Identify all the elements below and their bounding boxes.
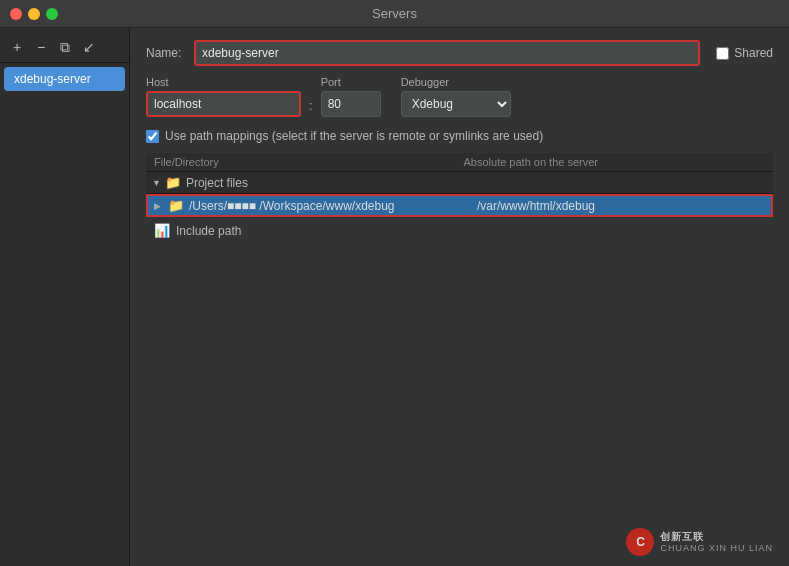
port-section: Port xyxy=(321,76,381,117)
close-button[interactable] xyxy=(10,8,22,20)
maximize-button[interactable] xyxy=(46,8,58,20)
table-row[interactable]: ▶ 📁 /Users/■■■■ /Workspace/www/xdebug /v… xyxy=(146,194,773,217)
shared-checkbox[interactable] xyxy=(716,47,729,60)
sidebar-item-xdebug-server[interactable]: xdebug-server xyxy=(4,67,125,91)
name-input[interactable] xyxy=(194,40,700,66)
shared-label: Shared xyxy=(734,46,773,60)
titlebar: Servers xyxy=(0,0,789,28)
watermark-text: 创新互联 CHUANG XIN HU LIAN xyxy=(660,530,773,555)
content-area: Name: Shared Host : Port Debugger Xdebug xyxy=(130,28,789,566)
path-mapping-checkbox[interactable] xyxy=(146,130,159,143)
window-title: Servers xyxy=(372,6,417,21)
minimize-button[interactable] xyxy=(28,8,40,20)
watermark-logo: C xyxy=(626,528,654,556)
row-expand-icon: ▶ xyxy=(154,201,164,211)
name-row: Name: Shared xyxy=(146,40,773,66)
include-path-row[interactable]: 📊 Include path xyxy=(146,217,773,244)
sidebar-item-label: xdebug-server xyxy=(14,72,91,86)
watermark-logo-text: C xyxy=(636,535,645,549)
include-icon: 📊 xyxy=(154,223,170,238)
path-mapping-row: Use path mappings (select if the server … xyxy=(146,129,773,143)
sidebar-toolbar: + − ⧉ ↙ xyxy=(0,32,129,63)
host-input[interactable] xyxy=(146,91,301,117)
main-layout: + − ⧉ ↙ xdebug-server Name: Shared Host … xyxy=(0,28,789,566)
host-port-debugger-row: Host : Port Debugger Xdebug Zend Debugge… xyxy=(146,76,773,117)
watermark-line1: 创新互联 xyxy=(660,530,773,543)
section-title: Project files xyxy=(186,176,248,190)
move-server-button[interactable]: ↙ xyxy=(78,36,100,58)
window-controls xyxy=(10,8,58,20)
name-label: Name: xyxy=(146,46,186,60)
sidebar: + − ⧉ ↙ xdebug-server xyxy=(0,28,130,566)
include-path-label: Include path xyxy=(176,224,241,238)
remove-server-button[interactable]: − xyxy=(30,36,52,58)
port-label: Port xyxy=(321,76,381,88)
debugger-label: Debugger xyxy=(401,76,511,88)
host-label: Host xyxy=(146,76,301,88)
colon-separator: : xyxy=(309,98,313,113)
col-abs-header: Absolute path on the server xyxy=(456,156,766,168)
port-input[interactable] xyxy=(321,91,381,117)
shared-row: Shared xyxy=(716,46,773,60)
folder-icon: 📁 xyxy=(165,175,181,190)
watermark: C 创新互联 CHUANG XIN HU LIAN xyxy=(626,528,773,556)
debugger-section: Debugger Xdebug Zend Debugger None xyxy=(401,76,511,117)
col-file-header: File/Directory xyxy=(154,156,456,168)
path-mapping-label: Use path mappings (select if the server … xyxy=(165,129,543,143)
row-folder-icon: 📁 xyxy=(168,198,184,213)
debugger-select[interactable]: Xdebug Zend Debugger None xyxy=(401,91,511,117)
row-abs-path: /var/www/html/xdebug xyxy=(477,199,765,213)
copy-server-button[interactable]: ⧉ xyxy=(54,36,76,58)
table-body: ▶ 📁 /Users/■■■■ /Workspace/www/xdebug /v… xyxy=(146,194,773,554)
project-files-header[interactable]: ▼ 📁 Project files xyxy=(146,172,773,194)
add-server-button[interactable]: + xyxy=(6,36,28,58)
host-section: Host xyxy=(146,76,301,117)
column-headers: File/Directory Absolute path on the serv… xyxy=(146,153,773,172)
table-section: File/Directory Absolute path on the serv… xyxy=(146,153,773,554)
watermark-line2: CHUANG XIN HU LIAN xyxy=(660,543,773,555)
expand-icon: ▼ xyxy=(152,178,161,188)
row-file-path: /Users/■■■■ /Workspace/www/xdebug xyxy=(189,199,477,213)
